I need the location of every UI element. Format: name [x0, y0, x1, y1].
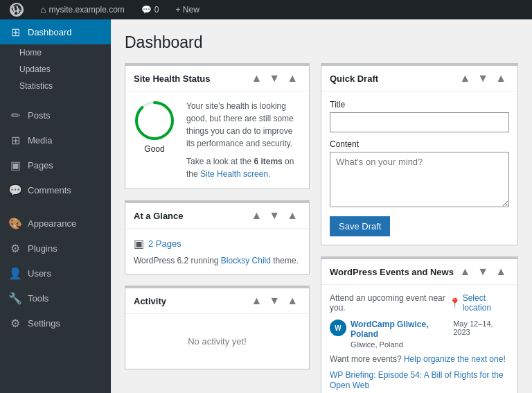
sidebar-item-pages[interactable]: ▣ Pages [0, 152, 111, 177]
site-health-controls: ▲ ▼ ▲ [248, 71, 301, 85]
sidebar: ⊞ Dashboard Home Updates Statistics ✏ Po… [0, 19, 111, 393]
page-title: Dashboard [125, 33, 518, 52]
activity-toggle[interactable]: ▲ [284, 294, 301, 308]
site-health-collapse-up[interactable]: ▲ [248, 71, 265, 85]
admin-bar: ⌂ mysite.example.com 💬 0 + New [0, 0, 532, 19]
page-count-icon: ▣ [134, 237, 144, 250]
appearance-icon: 🎨 [8, 216, 22, 230]
sidebar-item-posts[interactable]: ✏ Posts [0, 103, 111, 128]
site-health-body: Good Your site's health is looking good,… [125, 91, 309, 189]
title-input[interactable] [330, 112, 509, 132]
health-screen-link[interactable]: Site Health screen [200, 169, 268, 179]
health-items-count: 6 items [254, 157, 282, 166]
glance-collapse-up[interactable]: ▲ [248, 209, 265, 222]
updates-label: Updates [19, 64, 51, 74]
events-top: Attend an upcoming event near you. 📍 Sel… [330, 293, 509, 313]
event-header: WordCamp Gliwice, Poland May 12–14, 2023 [351, 320, 509, 339]
sidebar-item-plugins[interactable]: ⚙ Plugins [0, 236, 111, 261]
at-a-glance-widget: At a Glance ▲ ▼ ▲ ▣ 2 Pages W [125, 200, 310, 274]
activity-collapse-down[interactable]: ▼ [266, 294, 283, 308]
sidebar-item-media[interactable]: ⊞ Media [0, 128, 111, 152]
activity-header: Activity ▲ ▼ ▲ [125, 288, 309, 314]
help-organize-link[interactable]: Help organize the next one [404, 354, 503, 364]
events-collapse-down[interactable]: ▼ [475, 265, 491, 279]
sidebar-item-tools[interactable]: 🔧 Tools [0, 286, 111, 311]
plugins-icon: ⚙ [8, 241, 22, 255]
quick-draft-body: Title Content Save Draft [321, 91, 517, 245]
tools-label: Tools [28, 293, 48, 304]
select-location-label: Select location [463, 293, 509, 313]
sidebar-item-users[interactable]: 👤 Users [0, 261, 111, 286]
posts-label: Posts [28, 110, 51, 121]
health-status-label: Good [144, 144, 164, 154]
content-textarea[interactable] [330, 152, 509, 207]
settings-icon: ⚙ [8, 316, 22, 330]
wp-logo-button[interactable] [6, 0, 28, 19]
sidebar-item-statistics[interactable]: Statistics [0, 78, 111, 94]
theme-link[interactable]: Blocksy Child [221, 256, 271, 265]
quick-draft-collapse-down[interactable]: ▼ [475, 71, 491, 85]
content-label: Content [330, 139, 509, 149]
sidebar-item-updates[interactable]: Updates [0, 61, 111, 78]
activity-title: Activity [134, 296, 166, 306]
quick-draft-toggle[interactable]: ▲ [493, 71, 509, 85]
sidebar-dashboard-label: Dashboard [28, 27, 72, 37]
site-url: mysite.example.com [48, 5, 124, 15]
quick-draft-collapse-up[interactable]: ▲ [456, 71, 473, 85]
site-health-collapse-down[interactable]: ▼ [266, 71, 283, 85]
pages-label: Pages [28, 160, 53, 171]
site-health-inner: Good Your site's health is looking good,… [134, 100, 301, 180]
sidebar-item-home[interactable]: Home [0, 44, 111, 61]
event-date: May 12–14, 2023 [453, 320, 509, 336]
save-draft-button[interactable]: Save Draft [330, 216, 390, 236]
health-circle-svg [134, 100, 175, 141]
health-desc-text: Your site's health is looking good, but … [186, 100, 301, 150]
health-indicator: Good [134, 100, 175, 154]
new-content-button[interactable]: + New [172, 0, 204, 19]
attend-text: Attend an upcoming event near you. [330, 293, 449, 313]
posts-icon: ✏ [8, 108, 22, 122]
sidebar-item-appearance[interactable]: 🎨 Appearance [0, 211, 111, 236]
comments-button[interactable]: 💬 0 [137, 0, 163, 19]
comment-count: 0 [154, 5, 159, 15]
event-name-link[interactable]: WordCamp Gliwice, Poland [351, 320, 453, 339]
wordcamp-icon: W [330, 320, 346, 336]
at-a-glance-title: At a Glance [134, 211, 184, 221]
news-item-0: WP Briefing: Episode 54: A Bill of Right… [330, 369, 509, 390]
activity-collapse-up[interactable]: ▲ [248, 294, 265, 308]
select-location-link[interactable]: 📍 Select location [449, 293, 509, 313]
want-more-text: Want more events? Help organize the next… [330, 354, 509, 364]
events-toggle[interactable]: ▲ [493, 265, 509, 279]
pages-count-link[interactable]: 2 Pages [148, 238, 181, 249]
title-label: Title [330, 100, 509, 110]
at-a-glance-controls: ▲ ▼ ▲ [248, 209, 301, 222]
glance-toggle[interactable]: ▲ [284, 209, 301, 222]
sidebar-item-settings[interactable]: ⚙ Settings [0, 311, 111, 335]
glance-pages-row: ▣ 2 Pages [134, 237, 301, 250]
sidebar-divider-1 [0, 94, 111, 103]
news-link-0[interactable]: WP Briefing: Episode 54: A Bill of Right… [330, 370, 504, 390]
site-name-button[interactable]: ⌂ mysite.example.com [36, 0, 129, 19]
site-health-toggle[interactable]: ▲ [284, 71, 301, 85]
health-description: Your site's health is looking good, but … [186, 100, 301, 180]
glance-collapse-down[interactable]: ▼ [266, 209, 283, 222]
site-health-widget: Site Health Status ▲ ▼ ▲ [125, 63, 310, 189]
svg-point-1 [136, 103, 172, 139]
activity-widget: Activity ▲ ▼ ▲ No activity yet! [125, 286, 310, 369]
dashboard-right: Quick Draft ▲ ▼ ▲ Title Content S [321, 63, 518, 393]
quick-draft-widget: Quick Draft ▲ ▼ ▲ Title Content S [321, 63, 518, 245]
new-label: + New [176, 5, 200, 15]
activity-controls: ▲ ▼ ▲ [248, 294, 301, 308]
users-label: Users [28, 268, 51, 279]
wp-events-body: Attend an upcoming event near you. 📍 Sel… [321, 285, 517, 393]
wp-events-controls: ▲ ▼ ▲ [456, 265, 509, 279]
events-collapse-up[interactable]: ▲ [456, 265, 473, 279]
sidebar-divider-2 [0, 202, 111, 211]
news-list: WP Briefing: Episode 54: A Bill of Right… [330, 369, 509, 393]
sidebar-item-dashboard[interactable]: ⊞ Dashboard [0, 19, 111, 44]
dashboard-grid: Site Health Status ▲ ▼ ▲ [125, 63, 518, 393]
sidebar-item-comments[interactable]: 💬 Comments [0, 177, 111, 202]
wp-events-widget: WordPress Events and News ▲ ▼ ▲ Attend a… [321, 256, 518, 393]
activity-body: No activity yet! [125, 314, 309, 369]
glance-wp-version: WordPress 6.2 running Blocksy Child them… [134, 256, 301, 265]
